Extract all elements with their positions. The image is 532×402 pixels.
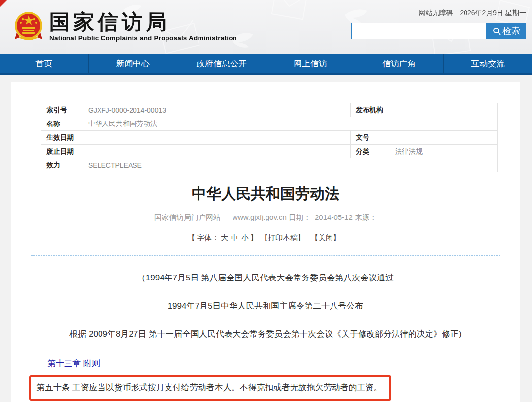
- repeal-date-value: [83, 145, 351, 158]
- close-button[interactable]: 【关闭】: [311, 233, 340, 242]
- document-info-table: 索引号 GJXFJ-0000-2014-00013 发布机构 名称 中华人民共和…: [41, 103, 498, 172]
- source-site: 国家信访局门户网站: [154, 213, 221, 221]
- article-controls: 【 字体：大中小】【打印本稿】【关闭】: [11, 233, 520, 243]
- font-size-large-button[interactable]: 大: [221, 233, 228, 242]
- nav-item-interaction[interactable]: 互动交流: [444, 54, 532, 73]
- font-size-prefix: 【 字体：: [188, 233, 219, 242]
- category-value: 法律法规: [390, 145, 498, 158]
- doc-number-value: [390, 131, 498, 145]
- nav-item-news[interactable]: 新闻中心: [89, 54, 177, 73]
- table-row: 名称 中华人民共和国劳动法: [41, 117, 498, 131]
- site-title: 国家信访局: [49, 11, 237, 33]
- search-button-label: 检索: [502, 25, 520, 37]
- highlighted-article-clause: 第五十条 工资应当以货币形式按月支付给劳动者本人。不得克扣或者无故拖欠劳动者的工…: [36, 383, 382, 392]
- validity-label: 效力: [41, 158, 83, 172]
- doc-number-label: 文号: [351, 131, 390, 145]
- repeal-date-label: 废止日期: [41, 145, 83, 158]
- name-value: 中华人民共和国劳动法: [83, 117, 498, 131]
- article-paragraph: 1994年7月5日中华人民共和国主席令第二十八号公布: [31, 300, 500, 312]
- print-button[interactable]: 【打印本稿】: [261, 233, 305, 242]
- font-size-small-button[interactable]: 小: [241, 233, 249, 242]
- current-date: 2026年2月9日 星期一: [460, 9, 526, 17]
- date-label: 日期：: [289, 213, 311, 221]
- logo-link[interactable]: 国家信访局 National Public Complaints and Pro…: [14, 11, 237, 42]
- site-subtitle-en: National Public Complaints and Proposals…: [49, 34, 237, 42]
- annotation-highlight-box: 第五十条 工资应当以货币形式按月支付给劳动者本人。不得克扣或者无故拖欠劳动者的工…: [29, 375, 391, 401]
- site-url: www.gjxfj.gov.cn: [233, 213, 287, 221]
- national-emblem-icon: [14, 11, 43, 41]
- index-label: 索引号: [41, 103, 83, 117]
- table-row: 效力 SELECTPLEASE: [41, 158, 498, 172]
- category-label: 分类: [351, 145, 390, 158]
- nav-item-wide-angle[interactable]: 信访广角: [355, 54, 444, 73]
- table-row: 索引号 GJXFJ-0000-2014-00013 发布机构: [41, 103, 498, 117]
- publish-date: 2014-05-12: [315, 213, 353, 221]
- validity-value: SELECTPLEASE: [83, 158, 498, 172]
- content-panel: 索引号 GJXFJ-0000-2014-00013 发布机构 名称 中华人民共和…: [11, 82, 520, 402]
- name-label: 名称: [41, 117, 83, 131]
- font-size-suffix: 】: [250, 233, 258, 242]
- article-meta: 国家信访局门户网站www.gjxfj.gov.cn 日期：2014-05-12 …: [11, 213, 520, 222]
- nav-item-home[interactable]: 首页: [0, 54, 89, 73]
- source-label: 来源：: [355, 213, 377, 221]
- site-header: 国家信访局 National Public Complaints and Pro…: [0, 0, 532, 54]
- article-body: （1994年7月5日 第八届全国人民代表大会常务委员会第八次会议通过 1994年…: [11, 272, 520, 402]
- effective-date-label: 生效日期: [41, 131, 83, 145]
- effective-date-value: [83, 131, 351, 145]
- nav-item-gov-info[interactable]: 政府信息公开: [177, 54, 266, 73]
- issuer-label: 发布机构: [351, 103, 390, 117]
- article-paragraph: （1994年7月5日 第八届全国人民代表大会常务委员会第八次会议通过: [31, 272, 500, 284]
- article-divider: [31, 255, 500, 256]
- search-input[interactable]: [351, 23, 487, 39]
- search-button[interactable]: 检索: [487, 23, 526, 39]
- article-paragraph: 根据 2009年8月27日 第十一届全国人民代表大会常务委员会第十次会议《关于修…: [31, 328, 500, 340]
- index-value: GJXFJ-0000-2014-00013: [83, 103, 351, 117]
- table-row: 生效日期 文号: [41, 131, 498, 145]
- font-size-medium-button[interactable]: 中: [231, 233, 238, 242]
- issuer-value: [390, 103, 498, 117]
- nav-item-online[interactable]: 网上信访: [266, 54, 355, 73]
- corner-ribbon-decoration: [0, 0, 7, 7]
- search-icon: [493, 27, 501, 35]
- article-title: 中华人民共和国劳动法: [11, 184, 520, 204]
- main-navigation: 首页 新闻中心 政府信息公开 网上信访 信访广角 互动交流: [0, 54, 532, 75]
- table-row: 废止日期 分类 法律法规: [41, 145, 498, 158]
- accessibility-link[interactable]: 网站无障碍: [418, 9, 453, 17]
- chapter-heading: 第十三章 附则: [47, 358, 500, 370]
